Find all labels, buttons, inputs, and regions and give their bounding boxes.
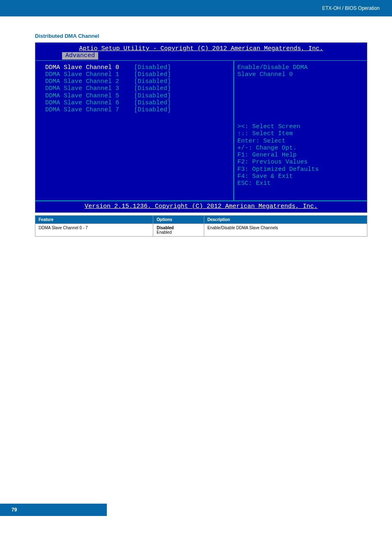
bios-settings-pane: DDMA Slave Channel 0 [Disabled] DDMA Sla… (35, 61, 234, 200)
bios-key-line: Enter: Select (238, 138, 363, 145)
bios-item[interactable]: DDMA Slave Channel 2 [Disabled] (45, 78, 233, 85)
bios-item[interactable]: DDMA Slave Channel 6 [Disabled] (45, 99, 233, 106)
option-plain: Enabled (157, 230, 200, 235)
bios-key-line: F3: Optimized Defaults (238, 166, 363, 173)
bios-item[interactable]: DDMA Slave Channel 5 [Disabled] (45, 92, 233, 99)
option-bold: Disabled (157, 226, 200, 230)
bios-key-line: ESC: Exit (238, 180, 363, 187)
td-feature: DDMA Slave Channel 0 - 7 (35, 223, 153, 236)
bios-key-line: ↑↓: Select Item (238, 130, 363, 137)
page-number: 79 (12, 507, 17, 513)
page-footer-bar: 79 (0, 504, 107, 516)
bios-item[interactable]: DDMA Slave Channel 3 [Disabled] (45, 85, 233, 92)
bios-item[interactable]: DDMA Slave Channel 7 [Disabled] (45, 106, 233, 113)
bios-help-line: Enable/Disable DDMA (238, 64, 363, 71)
bios-help-line: Slave Channel 0 (238, 71, 363, 78)
bios-utility-title: Aptio Setup Utility - Copyright (C) 2012… (35, 43, 367, 52)
bios-key-line: F4: Save & Exit (238, 173, 363, 180)
breadcrumb: ETX-OH / BIOS Operation (322, 5, 380, 11)
bios-item-label: DDMA Slave Channel 0 (45, 64, 119, 71)
bios-body: DDMA Slave Channel 0 [Disabled] DDMA Sla… (35, 60, 367, 200)
bios-item-value: [Disabled] (134, 92, 171, 99)
bios-item-value: [Disabled] (134, 99, 171, 106)
section-title: Distributed DMA Channel (35, 33, 367, 39)
bios-help-pane: Enable/Disable DDMA Slave Channel 0 ><: … (234, 61, 367, 200)
bios-key-line: ><: Select Screen (238, 123, 363, 130)
bios-item-value: [Disabled] (134, 106, 171, 113)
td-description: Enable/Disable DDMA Slave Channels (204, 223, 367, 236)
bios-tab-row: Advanced (35, 52, 367, 60)
bios-version-footer: Version 2.15.1236. Copyright (C) 2012 Am… (35, 200, 367, 212)
th-description: Description (204, 215, 367, 223)
th-feature: Feature (35, 215, 153, 223)
th-options: Options (153, 215, 204, 223)
bios-screen: Aptio Setup Utility - Copyright (C) 2012… (35, 42, 367, 213)
bios-item-value: [Disabled] (134, 71, 171, 78)
table-header-row: Feature Options Description (35, 215, 367, 223)
bios-item-label: DDMA Slave Channel 6 (45, 99, 119, 106)
bios-item-label: DDMA Slave Channel 7 (45, 106, 119, 113)
bios-item-label: DDMA Slave Channel 5 (45, 92, 119, 99)
top-header-bar: ETX-OH / BIOS Operation (0, 0, 392, 16)
bios-key-line: F1: General Help (238, 152, 363, 159)
bios-item-label: DDMA Slave Channel 1 (45, 71, 119, 78)
td-options: Disabled Enabled (153, 223, 204, 236)
table-row: DDMA Slave Channel 0 - 7 Disabled Enable… (35, 223, 367, 236)
bios-tab-advanced[interactable]: Advanced (62, 52, 98, 59)
page-footer: 79 (0, 504, 392, 516)
bios-item-value: [Disabled] (134, 64, 171, 71)
page-content: Distributed DMA Channel Aptio Setup Util… (0, 16, 392, 245)
bios-item[interactable]: DDMA Slave Channel 0 [Disabled] (45, 64, 233, 71)
bios-key-help: ><: Select Screen ↑↓: Select Item Enter:… (238, 123, 363, 187)
bios-key-line: F2: Previous Values (238, 159, 363, 166)
bios-item[interactable]: DDMA Slave Channel 1 [Disabled] (45, 71, 233, 78)
feature-table: Feature Options Description DDMA Slave C… (35, 215, 367, 237)
bios-item-value: [Disabled] (134, 78, 171, 85)
bios-item-value: [Disabled] (134, 85, 171, 92)
bios-key-line: +/-: Change Opt. (238, 145, 363, 152)
bios-item-label: DDMA Slave Channel 3 (45, 85, 119, 92)
bios-item-label: DDMA Slave Channel 2 (45, 78, 119, 85)
